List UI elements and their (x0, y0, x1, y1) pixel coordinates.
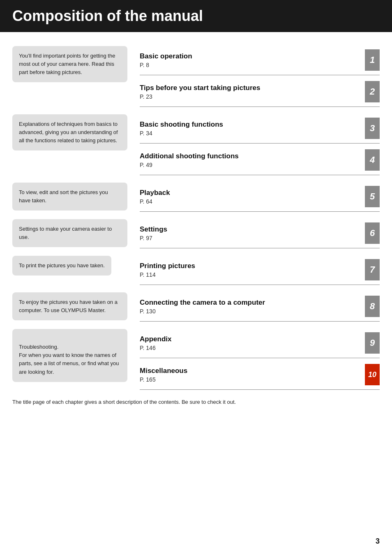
chapter-info-2: Tips before you start taking pictures P.… (140, 84, 361, 100)
chapter-title-3: Basic shooting functions (140, 120, 361, 129)
desc-box-6: To enjoy the pictures you have taken on … (12, 292, 127, 320)
section-row-5: To print the pictures you have taken. Pr… (12, 253, 380, 285)
chapter-page-2: P. 23 (140, 93, 361, 100)
chapter-title-1: Basic operation (140, 52, 361, 60)
chapter-badge-8: 8 (365, 296, 380, 317)
chapter-badge-10: 10 (365, 364, 380, 385)
chapter-page-4: P. 49 (140, 162, 361, 168)
divider-10 (140, 389, 380, 390)
section-row-2: Explanations of techniques from basics t… (12, 112, 380, 175)
chapter-page-9: P. 146 (140, 345, 361, 351)
chapter-title-7: Printing pictures (140, 262, 361, 270)
chapter-info-6: Settings P. 97 (140, 225, 361, 241)
right-chapter-5: Playback P. 64 5 (131, 180, 380, 212)
chapter-badge-1: 1 (365, 49, 380, 71)
chapter-row-6: Settings P. 97 6 (131, 217, 380, 248)
chapter-info-7: Printing pictures P. 114 (140, 262, 361, 278)
chapter-row-7: Printing pictures P. 114 7 (131, 253, 380, 285)
divider-5 (140, 211, 380, 212)
desc-box-7: Troubleshooting. For when you want to kn… (12, 329, 127, 382)
right-chapter-8: Connecting the camera to a computer P. 1… (131, 290, 380, 322)
chapter-info-9: Appendix P. 146 (140, 335, 361, 351)
left-desc-3: To view, edit and sort the pictures you … (12, 180, 131, 212)
divider-7 (140, 285, 380, 285)
chapter-row-3: Basic shooting functions P. 34 3 (131, 112, 380, 143)
desc-box-4: Settings to make your camera easier to u… (12, 219, 127, 247)
chapter-title-5: Playback (140, 189, 361, 197)
chapter-badge-9: 9 (365, 332, 380, 354)
page-title: Composition of the manual (12, 7, 380, 25)
chapter-row-9: Appendix P. 146 9 (131, 326, 380, 358)
right-chapter-7: Printing pictures P. 114 7 (131, 253, 380, 285)
chapter-info-8: Connecting the camera to a computer P. 1… (140, 299, 361, 315)
divider-4 (140, 175, 380, 175)
chapter-page-7: P. 114 (140, 271, 361, 278)
chapter-info-4: Additional shooting functions P. 49 (140, 152, 361, 168)
right-chapters-3-4: Basic shooting functions P. 34 3 Additio… (131, 112, 380, 175)
section-row-7: Troubleshooting. For when you want to kn… (12, 326, 380, 390)
divider-2 (140, 107, 380, 107)
chapter-title-2: Tips before you start taking pictures (140, 84, 361, 92)
left-desc-1: You’ll find important points for getting… (12, 44, 131, 107)
chapter-row-1: Basic operation P. 8 1 (131, 44, 380, 75)
section-row-1: You’ll find important points for getting… (12, 44, 380, 107)
chapter-badge-7: 7 (365, 259, 380, 280)
chapter-page-3: P. 34 (140, 130, 361, 137)
chapter-badge-3: 3 (365, 118, 380, 139)
chapter-badge-4: 4 (365, 149, 380, 171)
divider-8 (140, 321, 380, 322)
page-header: Composition of the manual (0, 0, 392, 32)
chapter-row-2: Tips before you start taking pictures P.… (131, 75, 380, 107)
content-area: You’ll find important points for getting… (0, 44, 392, 406)
footer-text: The title page of each chapter gives a s… (12, 398, 380, 406)
desc-box-3: To view, edit and sort the pictures you … (12, 183, 127, 211)
chapter-badge-6: 6 (365, 222, 380, 244)
chapter-title-8: Connecting the camera to a computer (140, 299, 361, 307)
divider-6 (140, 248, 380, 248)
chapter-row-4: Additional shooting functions P. 49 4 (131, 144, 380, 175)
left-desc-7: Troubleshooting. For when you want to kn… (12, 326, 131, 390)
chapter-info-3: Basic shooting functions P. 34 (140, 120, 361, 137)
section-row-4: Settings to make your camera easier to u… (12, 217, 380, 248)
chapter-title-4: Additional shooting functions (140, 152, 361, 160)
chapter-badge-2: 2 (365, 81, 380, 102)
chapter-row-5: Playback P. 64 5 (131, 180, 380, 211)
right-chapters-9-10: Appendix P. 146 9 Miscellaneous P. 165 1… (131, 326, 380, 390)
desc-box-2: Explanations of techniques from basics t… (12, 114, 127, 150)
desc-box-5: To print the pictures you have taken. (12, 256, 111, 276)
left-desc-4: Settings to make your camera easier to u… (12, 217, 131, 248)
chapter-page-6: P. 97 (140, 235, 361, 241)
page-number: 3 (376, 537, 380, 546)
chapter-page-5: P. 64 (140, 198, 361, 205)
left-desc-6: To enjoy the pictures you have taken on … (12, 290, 131, 322)
left-desc-5: To print the pictures you have taken. (12, 253, 131, 285)
chapter-info-10: Miscellaneous P. 165 (140, 367, 361, 383)
right-chapters-1-2: Basic operation P. 8 1 Tips before you s… (131, 44, 380, 107)
chapter-title-10: Miscellaneous (140, 367, 361, 375)
section-row-6: To enjoy the pictures you have taken on … (12, 290, 380, 322)
right-chapter-6: Settings P. 97 6 (131, 217, 380, 248)
chapter-title-6: Settings (140, 225, 361, 234)
desc-box-1: You’ll find important points for getting… (12, 46, 127, 82)
chapter-row-10: Miscellaneous P. 165 10 (131, 358, 380, 389)
chapter-page-1: P. 8 (140, 62, 361, 68)
chapter-title-9: Appendix (140, 335, 361, 343)
chapter-badge-5: 5 (365, 186, 380, 207)
left-desc-2: Explanations of techniques from basics t… (12, 112, 131, 175)
section-row-3: To view, edit and sort the pictures you … (12, 180, 380, 212)
chapter-info-5: Playback P. 64 (140, 189, 361, 205)
chapter-page-10: P. 165 (140, 376, 361, 383)
chapter-info-1: Basic operation P. 8 (140, 52, 361, 68)
chapter-page-8: P. 130 (140, 308, 361, 315)
chapter-row-8: Connecting the camera to a computer P. 1… (131, 290, 380, 321)
